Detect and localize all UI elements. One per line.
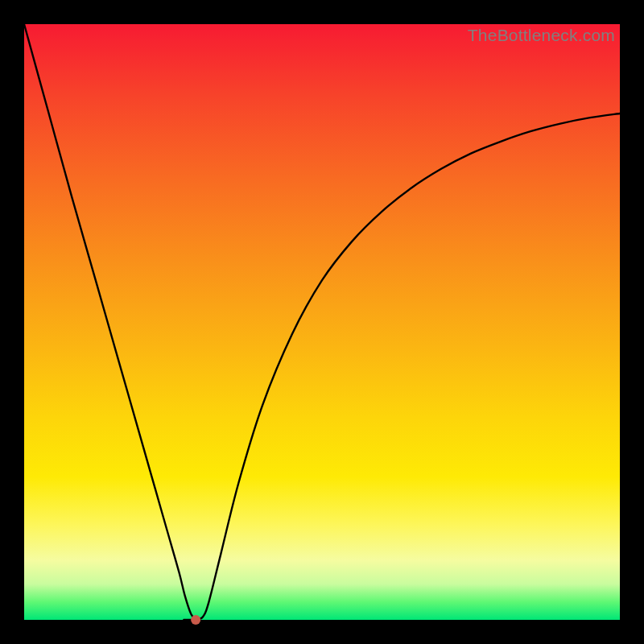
plot-area: TheBottleneck.com: [24, 24, 620, 620]
minimum-marker: [191, 615, 200, 625]
bottleneck-curve-path: [24, 24, 620, 620]
chart-frame: TheBottleneck.com: [0, 0, 644, 644]
chart-svg: [24, 24, 620, 620]
